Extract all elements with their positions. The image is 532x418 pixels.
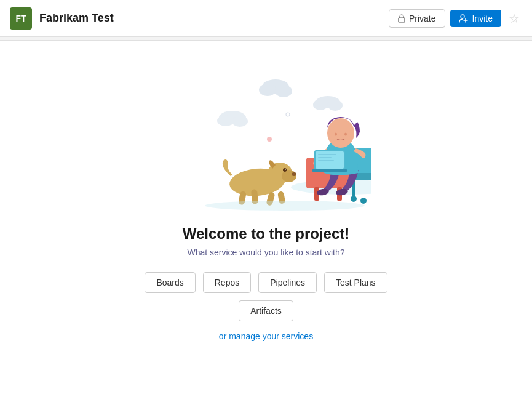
svg-rect-36 xyxy=(312,169,347,172)
svg-point-11 xyxy=(217,115,234,126)
svg-point-12 xyxy=(232,116,248,127)
illustration-svg xyxy=(162,53,371,213)
project-name: Fabrikam Test xyxy=(39,12,114,25)
svg-point-13 xyxy=(286,113,290,116)
service-buttons-row: BoardsReposPipelinesTest Plans xyxy=(145,272,387,293)
service-button-test-plans[interactable]: Test Plans xyxy=(324,272,387,293)
svg-rect-35 xyxy=(318,160,334,161)
cloud1 xyxy=(259,79,292,97)
artifacts-row: Artifacts xyxy=(239,300,293,321)
manage-services-link[interactable]: or manage your services xyxy=(219,331,313,341)
welcome-title: Welcome to the project! xyxy=(183,225,350,243)
header: FT Fabrikam Test Private Invite ☆ xyxy=(0,0,532,37)
invite-label: Invite xyxy=(472,14,493,23)
svg-point-28 xyxy=(327,118,354,148)
header-actions: Private Invite ☆ xyxy=(389,9,522,28)
main-content: Welcome to the project! What service wou… xyxy=(0,41,532,366)
illustration xyxy=(162,53,371,213)
invite-icon xyxy=(459,14,469,23)
svg-point-6 xyxy=(275,85,292,97)
svg-point-39 xyxy=(282,170,296,182)
project-avatar: FT xyxy=(10,7,32,30)
svg-point-23 xyxy=(351,196,357,202)
svg-point-30 xyxy=(344,133,347,136)
svg-point-8 xyxy=(313,99,328,110)
svg-point-40 xyxy=(292,172,296,176)
svg-point-14 xyxy=(267,137,272,142)
private-button[interactable]: Private xyxy=(389,9,445,28)
cloud3 xyxy=(217,111,248,127)
svg-rect-34 xyxy=(318,157,332,158)
welcome-subtitle: What service would you like to start wit… xyxy=(188,247,345,257)
svg-point-47 xyxy=(205,201,365,211)
svg-point-1 xyxy=(461,15,464,18)
star-icon: ☆ xyxy=(509,12,520,25)
lock-icon xyxy=(398,14,405,23)
cloud2 xyxy=(313,96,343,111)
artifacts-button[interactable]: Artifacts xyxy=(239,300,293,321)
service-button-boards[interactable]: Boards xyxy=(145,272,195,293)
svg-point-42 xyxy=(285,169,286,170)
svg-point-5 xyxy=(259,84,276,96)
invite-button[interactable]: Invite xyxy=(450,10,501,27)
svg-point-9 xyxy=(328,100,343,111)
star-button[interactable]: ☆ xyxy=(506,9,522,28)
service-button-pipelines[interactable]: Pipelines xyxy=(258,272,317,293)
svg-point-29 xyxy=(335,133,337,136)
svg-point-41 xyxy=(283,168,287,172)
svg-rect-0 xyxy=(399,18,405,22)
avatar-initials: FT xyxy=(15,14,26,23)
private-label: Private xyxy=(409,14,436,23)
svg-point-25 xyxy=(360,198,367,204)
service-button-repos[interactable]: Repos xyxy=(203,272,251,293)
svg-rect-33 xyxy=(318,154,336,155)
